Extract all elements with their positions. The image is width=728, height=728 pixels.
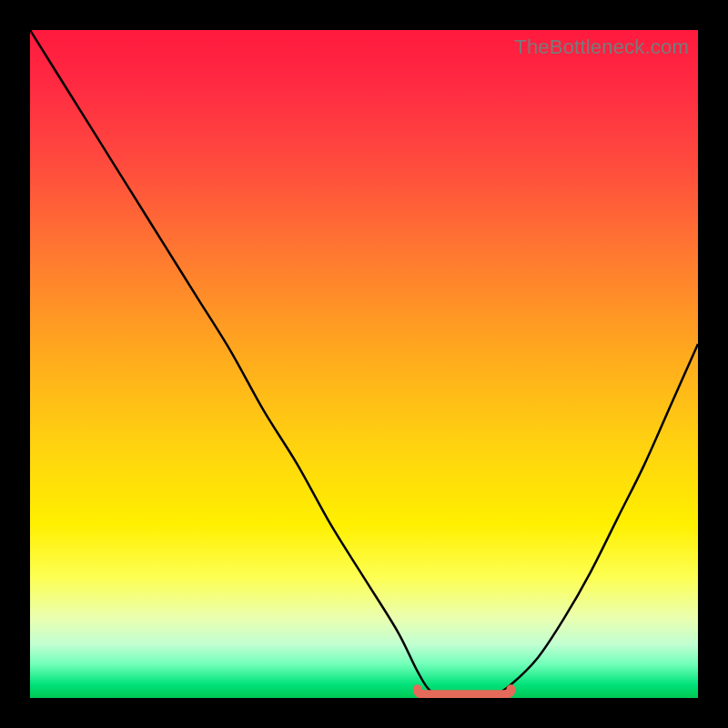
plot-area: TheBottleneck.com bbox=[30, 30, 698, 698]
chart-frame: TheBottleneck.com bbox=[0, 0, 728, 728]
watermark-text: TheBottleneck.com bbox=[514, 35, 689, 59]
bottleneck-curve bbox=[30, 30, 698, 698]
